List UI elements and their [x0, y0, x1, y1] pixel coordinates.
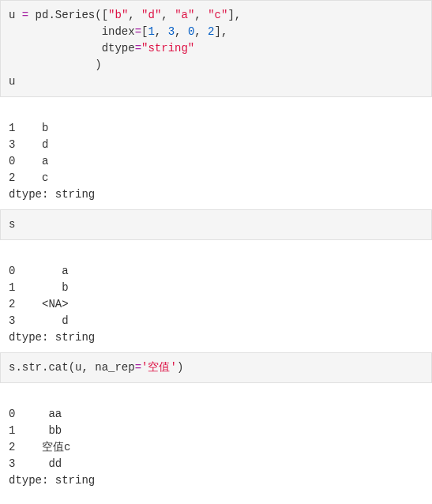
- code-cell-1: u = pd.Series(["b", "d", "a", "c"], inde…: [0, 0, 432, 97]
- code-token: ,: [128, 9, 141, 21]
- code-token: .: [15, 361, 21, 374]
- code-token: "d": [141, 9, 161, 21]
- code-token: "string": [141, 42, 194, 55]
- code-token: "a": [175, 9, 194, 21]
- code-token: ,: [194, 25, 208, 38]
- code-token: =: [135, 25, 141, 38]
- code-token: =: [22, 9, 28, 21]
- code-token: .: [48, 9, 54, 21]
- code-token: dtype: [102, 42, 135, 55]
- code-token: [9, 42, 102, 55]
- code-token: 3: [168, 25, 175, 38]
- code-cell-2: s: [0, 209, 432, 240]
- code-token: =: [135, 42, 141, 55]
- code-token: ): [95, 58, 101, 71]
- code-token: ,: [155, 25, 168, 38]
- code-token: Series: [55, 9, 95, 21]
- output-cell-1: 1 b 3 d 0 a 2 c dtype: string: [0, 97, 432, 209]
- code-token: "b": [108, 9, 128, 21]
- code-token: s: [9, 218, 15, 231]
- code-token: ],: [215, 25, 228, 38]
- code-token: u: [9, 9, 22, 21]
- code-token: ([: [95, 9, 108, 21]
- code-token: =: [135, 361, 141, 374]
- code-token: "c": [208, 9, 227, 21]
- output-cell-3: 0 aa 1 bb 2 空值c 3 dd dtype: string: [0, 383, 432, 495]
- code-token: ],: [227, 9, 241, 21]
- code-token: (u,: [69, 361, 96, 374]
- code-token: 1: [148, 25, 154, 38]
- code-token: index: [102, 25, 135, 38]
- code-token: ,: [161, 9, 175, 21]
- output-cell-2: 0 a 1 b 2 <NA> 3 d dtype: string: [0, 240, 432, 352]
- code-token: ): [177, 361, 183, 374]
- code-token: ,: [175, 25, 188, 38]
- code-cell-3: s.str.cat(u, na_rep='空值'): [0, 352, 432, 383]
- code-token: [9, 58, 95, 71]
- code-token: u: [9, 75, 15, 88]
- code-token: cat: [48, 361, 68, 374]
- code-token: str: [22, 361, 42, 374]
- code-token: [9, 25, 102, 38]
- code-token: na_rep: [95, 361, 134, 374]
- code-token: pd: [28, 9, 48, 21]
- code-token: ,: [194, 9, 208, 21]
- code-token: '空值': [141, 361, 177, 374]
- code-token: 2: [208, 25, 214, 38]
